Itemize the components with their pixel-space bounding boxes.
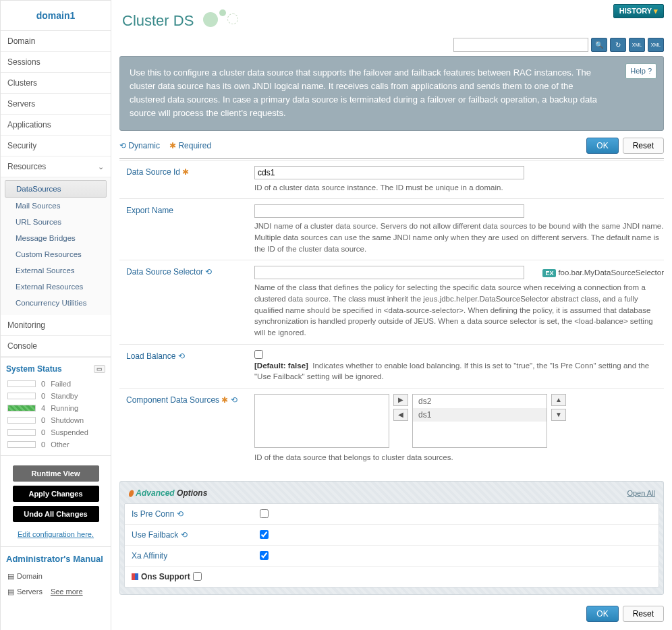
label-load-balance: Load Balance	[126, 351, 175, 361]
default-load-balance: [Default: false]	[254, 362, 308, 370]
dynamic-icon: ⟲	[119, 141, 126, 150]
chevron-down-icon: ⌄	[98, 163, 104, 171]
nav-domain[interactable]: Domain	[1, 31, 111, 52]
move-down-button[interactable]: ▼	[551, 409, 566, 421]
subnav-external-sources[interactable]: External Sources	[1, 262, 111, 279]
help-button[interactable]: Help ?	[625, 63, 656, 79]
checkbox-load-balance[interactable]	[254, 350, 263, 359]
required-icon: ✱	[221, 395, 228, 405]
available-list[interactable]	[254, 394, 389, 448]
legend-dynamic: Dynamic	[128, 141, 160, 150]
ok-button-bottom[interactable]: OK	[586, 606, 618, 622]
example-icon: EX	[542, 269, 556, 277]
help-component-ds: ID of the data source that belongs to cl…	[254, 452, 664, 463]
dynamic-icon: ⟲	[231, 395, 237, 405]
manual-domain[interactable]: ▤Domain	[1, 569, 111, 584]
decorative-bubbles	[202, 11, 249, 31]
dynamic-icon: ⟲	[205, 267, 212, 277]
label-xa-affinity: Xa Affinity	[132, 551, 167, 561]
resources-subnav: DataSources Mail Sources URL Sources Mes…	[1, 177, 111, 315]
example-selector: foo.bar.MyDataSourceSelector	[558, 268, 664, 277]
flag-icon	[132, 573, 138, 580]
ok-button-top[interactable]: OK	[586, 138, 618, 154]
open-all-link[interactable]: Open All	[627, 489, 655, 497]
manual-servers[interactable]: ▤ServersSee more	[1, 584, 111, 600]
info-text: Use this to configure a cluster data sou…	[130, 67, 597, 118]
dynamic-icon: ⟲	[181, 530, 188, 540]
sidebar: domain1 Domain Sessions Clusters Servers…	[0, 0, 111, 630]
help-selector: Name of the class that defines the polic…	[254, 282, 664, 338]
nav-applications[interactable]: Applications	[1, 115, 111, 136]
subnav-external-resources[interactable]: External Resources	[1, 279, 111, 295]
system-status-title: System Status ▭	[1, 357, 111, 378]
list-item[interactable]: ds2	[413, 395, 547, 408]
main-content: HISTORY ▾ Cluster DS 🔍 ↻ XML XML Use thi…	[111, 0, 672, 630]
help-export-name: JNDI name of a cluster data source. Serv…	[254, 221, 664, 254]
xml-import-icon[interactable]: XML	[629, 38, 645, 52]
label-export-name: Export Name	[126, 206, 173, 215]
page-title: Cluster DS	[119, 0, 664, 38]
nav-clusters[interactable]: Clusters	[1, 73, 111, 94]
nav-monitoring[interactable]: Monitoring	[1, 315, 111, 336]
required-icon: ✱	[182, 167, 189, 177]
move-up-button[interactable]: ▲	[551, 394, 566, 406]
undo-all-button[interactable]: Undo All Changes	[13, 506, 99, 522]
history-button[interactable]: HISTORY ▾	[613, 4, 664, 18]
subnav-data-sources[interactable]: DataSources	[5, 180, 107, 198]
see-more-link[interactable]: See more	[51, 588, 83, 596]
dynamic-icon: ⟲	[177, 509, 184, 519]
row-load-balance: Load Balance ⟲ [Default: false] Indicate…	[119, 344, 664, 388]
input-export-name[interactable]	[254, 204, 524, 218]
help-load-balance: Indicates whether to enable load balanci…	[254, 362, 649, 381]
row-is-pre-conn: Is Pre Conn ⟲	[125, 504, 659, 524]
nav-resources-label: Resources	[7, 162, 46, 171]
refresh-icon[interactable]: ↻	[610, 38, 626, 52]
selected-list[interactable]: ds2 ds1	[412, 394, 547, 448]
edit-config-link[interactable]: Edit configuration here.	[1, 526, 111, 546]
laptop-icon[interactable]: ▭	[94, 365, 105, 373]
search-input[interactable]	[453, 38, 588, 52]
domain-title[interactable]: domain1	[1, 1, 111, 31]
help-data-source-id: ID of a cluster data source instance. Th…	[254, 182, 664, 194]
list-item[interactable]: ds1	[413, 408, 547, 422]
nav-servers[interactable]: Servers	[1, 94, 111, 115]
subnav-url-sources[interactable]: URL Sources	[1, 214, 111, 230]
nav-resources[interactable]: Resources ⌄	[1, 156, 111, 177]
subnav-mail-sources[interactable]: Mail Sources	[1, 198, 111, 214]
checkbox-xa-affinity[interactable]	[260, 551, 269, 560]
subnav-concurrency-utilities[interactable]: Concurrency Utilities	[1, 295, 111, 311]
apply-changes-button[interactable]: Apply Changes	[13, 486, 99, 502]
advanced-panel: ⬮ Advanced Options Open All Is Pre Conn …	[119, 481, 664, 595]
subnav-message-bridges[interactable]: Message Bridges	[1, 230, 111, 246]
dynamic-icon: ⟲	[178, 351, 185, 361]
row-ons-support[interactable]: Ons Support	[125, 566, 659, 587]
checkbox-use-failback[interactable]	[260, 530, 269, 539]
nav-console[interactable]: Console	[1, 336, 111, 357]
warning-icon: ⬮	[128, 488, 134, 498]
xml-export-icon[interactable]: XML	[648, 38, 664, 52]
checkbox-ons-support[interactable]	[193, 572, 202, 581]
status-other: 0Other	[1, 438, 111, 455]
reset-button-bottom[interactable]: Reset	[623, 606, 664, 622]
nav-sessions[interactable]: Sessions	[1, 52, 111, 73]
status-standby: 0Standby	[1, 390, 111, 402]
legend: ⟲ Dynamic ✱ Required	[119, 141, 211, 150]
toolbar: 🔍 ↻ XML XML	[119, 38, 664, 52]
help-icon: ?	[648, 67, 652, 75]
runtime-view-button[interactable]: Runtime View	[13, 465, 99, 482]
system-status-label: System Status	[6, 364, 62, 374]
row-data-source-id: Data Source Id ✱ ID of a cluster data so…	[119, 160, 664, 199]
move-right-button[interactable]: ▶	[393, 394, 408, 406]
search-icon[interactable]: 🔍	[591, 38, 607, 52]
status-suspended: 0Suspended	[1, 426, 111, 438]
subnav-custom-resources[interactable]: Custom Resources	[1, 246, 111, 262]
checkbox-is-pre-conn[interactable]	[260, 509, 269, 518]
book-icon: ▤	[7, 588, 14, 596]
reset-button-top[interactable]: Reset	[623, 138, 664, 154]
label-is-pre-conn: Is Pre Conn	[132, 509, 174, 519]
input-selector[interactable]	[254, 266, 524, 279]
row-component-ds: Component Data Sources ✱ ⟲ ▶ ◀ ds2 ds1 ▲…	[119, 388, 664, 469]
input-data-source-id[interactable]	[254, 166, 524, 179]
nav-security[interactable]: Security	[1, 136, 111, 156]
move-left-button[interactable]: ◀	[393, 409, 408, 421]
